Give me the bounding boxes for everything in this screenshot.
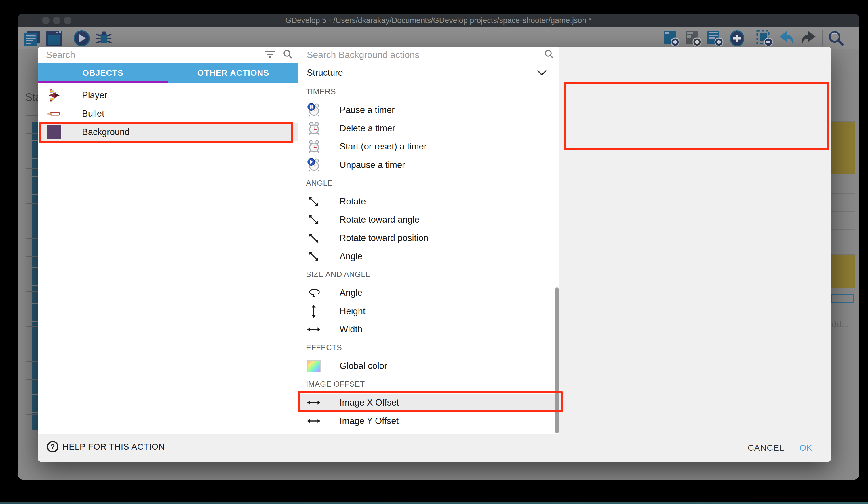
play-icon[interactable] <box>73 30 90 47</box>
action-row-global-color[interactable]: Global color <box>298 357 559 375</box>
action-section-header: EFFECTS <box>298 339 559 357</box>
action-group-select[interactable]: Structure <box>298 63 559 83</box>
action-row-rotate-toward-angle[interactable]: Rotate toward angle <box>298 211 559 229</box>
player-ship-icon <box>48 88 61 102</box>
add-action-label: dd... <box>832 319 848 329</box>
action-label: Unpause a timer <box>340 160 405 170</box>
remove-selection-icon[interactable] <box>756 30 773 47</box>
search-icon[interactable] <box>283 49 293 60</box>
action-label: Start (or reset) a timer <box>340 141 427 152</box>
rotate-icon <box>307 253 320 259</box>
action-row-start-or-reset-a-timer[interactable]: Start (or reset) a timer <box>298 138 559 156</box>
rotate-icon <box>307 235 320 241</box>
v-arrow-icon <box>311 305 317 318</box>
objects-list: Player BulletBackground <box>38 83 298 141</box>
h-arrow-icon <box>307 400 320 405</box>
actions-search-input[interactable]: Search Background actions <box>307 47 419 63</box>
filter-icon[interactable] <box>264 50 276 60</box>
action-section-header: ANGLE <box>298 174 559 193</box>
action-section-header: IMAGE OFFSET <box>298 375 559 394</box>
rotate-icon <box>307 199 320 204</box>
action-label: Angle <box>340 288 362 298</box>
cancel-button[interactable]: CANCEL <box>748 443 785 453</box>
object-row-background[interactable]: Background <box>38 123 298 141</box>
help-icon: ? <box>47 441 59 452</box>
add-subevent-icon[interactable] <box>685 30 702 47</box>
redo-icon[interactable] <box>800 30 817 47</box>
object-label: Player <box>82 90 107 101</box>
action-label: Delete a timer <box>340 123 395 134</box>
action-row-pause-a-timer[interactable]: Pause a timer <box>298 101 559 120</box>
objects-search-input[interactable]: Search <box>46 47 75 63</box>
action-row-image-x-offset[interactable]: Image X Offset <box>298 394 559 412</box>
toolbar-separator <box>751 30 751 47</box>
rotate-ellipse-icon <box>307 288 320 298</box>
parameters-panel: Modify the offset used on the X axis whe… <box>559 47 831 434</box>
timer-pause-icon <box>307 103 320 117</box>
action-row-unpause-a-timer[interactable]: Unpause a timer <box>298 156 559 174</box>
actions-search-row[interactable]: Search Background actions <box>298 47 559 63</box>
action-row-delete-a-timer[interactable]: Delete a timer <box>298 119 559 138</box>
search-toolbar-icon[interactable] <box>828 30 844 47</box>
action-section-header: TIMERS <box>298 83 559 101</box>
timer-icon <box>307 122 320 135</box>
background-square-icon <box>46 125 62 139</box>
titlebar: GDevelop 5 - /Users/dkarakay/Documents/G… <box>18 14 859 27</box>
objects-panel: Search OBJECTS OTHER ACTIONS Player <box>38 47 298 434</box>
action-row-height[interactable]: Height <box>298 302 559 321</box>
rainbow-icon <box>307 360 321 372</box>
action-label: Angle <box>340 251 362 262</box>
object-label: Background <box>82 127 130 137</box>
timer-icon <box>307 140 320 153</box>
h-arrow-icon <box>307 418 320 424</box>
action-label: Rotate toward angle <box>340 214 419 225</box>
action-row-rotate-toward-position[interactable]: Rotate toward position <box>298 229 559 248</box>
actions-list: TIMERS Pause a timer Delete a timer Star… <box>298 83 559 430</box>
scene-editor-icon[interactable] <box>46 30 62 47</box>
toolbar-separator <box>822 30 823 47</box>
action-row-rotate[interactable]: Rotate <box>298 192 559 211</box>
tab-other-actions[interactable]: OTHER ACTIONS <box>168 63 298 83</box>
action-section-header: SIZE AND ANGLE <box>298 265 559 284</box>
action-label: Image Y Offset <box>340 416 399 426</box>
action-label: Rotate <box>340 196 366 207</box>
chevron-down-icon <box>537 70 547 77</box>
search-icon[interactable] <box>544 49 554 60</box>
window-title: GDevelop 5 - /Users/dkarakay/Documents/G… <box>18 14 859 27</box>
object-row-player[interactable]: Player <box>38 86 298 104</box>
action-label: Height <box>340 306 365 316</box>
add-comment-icon[interactable] <box>707 30 724 47</box>
add-circle-icon[interactable] <box>729 30 745 47</box>
object-row-bullet[interactable]: Bullet <box>38 104 298 123</box>
main-toolbar <box>18 27 859 49</box>
action-label: Pause a timer <box>340 105 395 115</box>
dialog-footer: ? HELP FOR THIS ACTION CANCEL OK <box>38 434 831 462</box>
objects-search-row[interactable]: Search <box>38 47 298 63</box>
action-editor-dialog: Search OBJECTS OTHER ACTIONS Player <box>38 47 831 462</box>
bullet-icon <box>47 111 61 117</box>
action-row-angle[interactable]: Angle <box>298 284 559 302</box>
action-row-image-y-offset[interactable]: Image Y Offset <box>298 412 559 430</box>
tab-objects[interactable]: OBJECTS <box>38 63 168 83</box>
add-event-icon[interactable] <box>663 30 680 47</box>
objects-tabbar: OBJECTS OTHER ACTIONS <box>38 63 298 83</box>
rotate-icon <box>307 217 320 223</box>
action-row-angle[interactable]: Angle <box>298 248 559 266</box>
h-arrow-icon <box>307 326 320 332</box>
toolbar-left-group <box>24 27 112 49</box>
ok-button[interactable]: OK <box>799 443 813 453</box>
events-sheet-icon[interactable] <box>24 30 41 47</box>
action-group-value: Structure <box>307 63 343 83</box>
action-row-width[interactable]: Width <box>298 321 559 339</box>
actions-scrollbar[interactable] <box>556 288 559 433</box>
timer-play-icon <box>307 158 320 172</box>
desktop-edge <box>0 502 868 504</box>
help-button[interactable]: ? HELP FOR THIS ACTION <box>47 441 165 452</box>
toolbar-right-group <box>663 27 844 49</box>
help-label: HELP FOR THIS ACTION <box>62 442 165 452</box>
action-label: Rotate toward position <box>340 233 428 243</box>
action-label: Global color <box>340 361 387 371</box>
debug-icon[interactable] <box>95 30 112 47</box>
object-label: Bullet <box>82 109 104 119</box>
undo-icon[interactable] <box>778 30 795 47</box>
